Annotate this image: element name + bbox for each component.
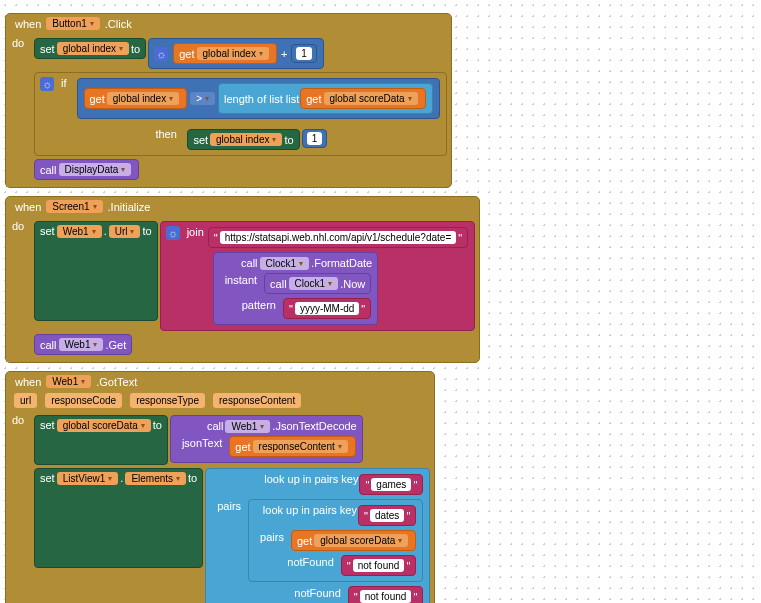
text-notfound-inner[interactable]: " not found " (341, 555, 417, 576)
click-label: .Click (105, 18, 132, 30)
when-label: when (15, 18, 41, 30)
call-clock1-formatdate[interactable]: callClock1.FormatDate instant callClock1… (213, 252, 379, 325)
lookup-pairs-inner[interactable]: look up in pairs key " dates " pairs get… (248, 499, 423, 582)
screen1-initialize-handler[interactable]: when Screen1 .Initialize do set Web1 . U… (5, 196, 761, 363)
call-web1-get[interactable]: callWeb1.Get (34, 334, 132, 355)
get-global-index[interactable]: getglobal index (84, 88, 188, 109)
if-block[interactable]: if getglobal index > length of list list… (34, 72, 447, 156)
compare-gt[interactable]: getglobal index > length of list list ge… (77, 78, 440, 119)
number-1[interactable]: 1 (291, 44, 317, 63)
screen1-dropdown[interactable]: Screen1 (46, 200, 102, 213)
get-global-scoredata[interactable]: getglobal scoreData (300, 88, 425, 109)
text-api-url[interactable]: " https://statsapi.web.nhl.com/api/v1/sc… (208, 227, 468, 248)
gear-icon[interactable] (166, 226, 180, 240)
button1-click-handler[interactable]: when Button1 .Click do set global index … (5, 13, 761, 188)
text-dates[interactable]: " dates " (358, 505, 416, 526)
call-jsontextdecode[interactable]: callWeb1.JsonTextDecode jsonText getresp… (170, 415, 363, 463)
set-global-scoredata[interactable]: setglobal scoreDatato (34, 415, 168, 465)
gear-icon[interactable] (154, 47, 168, 61)
op-gt[interactable]: > (190, 92, 215, 105)
gear-icon[interactable] (40, 77, 54, 91)
call-displaydata[interactable]: call DisplayData (34, 159, 139, 180)
get-global-index[interactable]: get global index (173, 43, 277, 64)
set-listview1-elements[interactable]: setListView1.Elementsto (34, 468, 203, 568)
get-responsecontent[interactable]: getresponseContent (229, 436, 355, 457)
param-responsetype[interactable]: responseType (130, 393, 205, 408)
get-global-scoredata-inner[interactable]: getglobal scoreData (291, 530, 416, 551)
displaydata-dropdown[interactable]: DisplayData (59, 163, 132, 176)
call-clock1-now[interactable]: callClock1.Now (264, 273, 371, 294)
join-block[interactable]: join " https://statsapi.web.nhl.com/api/… (160, 221, 475, 331)
text-notfound-outer[interactable]: " not found " (348, 586, 424, 603)
set-global-index[interactable]: set global index to (34, 38, 146, 59)
text-games[interactable]: " games " (359, 474, 423, 495)
math-add[interactable]: get global index + 1 (148, 38, 324, 69)
param-responsecontent[interactable]: responseContent (213, 393, 301, 408)
var-global-index[interactable]: global index (57, 42, 129, 55)
lookup-pairs-outer[interactable]: look up in pairs key " games " pairs loo… (205, 468, 430, 603)
length-of-list[interactable]: length of list list getglobal scoreData (218, 83, 433, 114)
set-web1-url[interactable]: set Web1 . Url to (34, 221, 158, 321)
web1-gottext-handler[interactable]: when Web1 .GotText url responseCode resp… (5, 371, 761, 603)
button1-dropdown[interactable]: Button1 (46, 17, 99, 30)
do-label: do (6, 33, 30, 187)
param-url[interactable]: url (14, 393, 37, 408)
param-responsecode[interactable]: responseCode (45, 393, 122, 408)
set-global-index-then[interactable]: setglobal indexto (187, 129, 299, 150)
text-date-pattern[interactable]: " yyyy-MM-dd " (283, 298, 371, 319)
number-1-then[interactable]: 1 (302, 129, 328, 148)
